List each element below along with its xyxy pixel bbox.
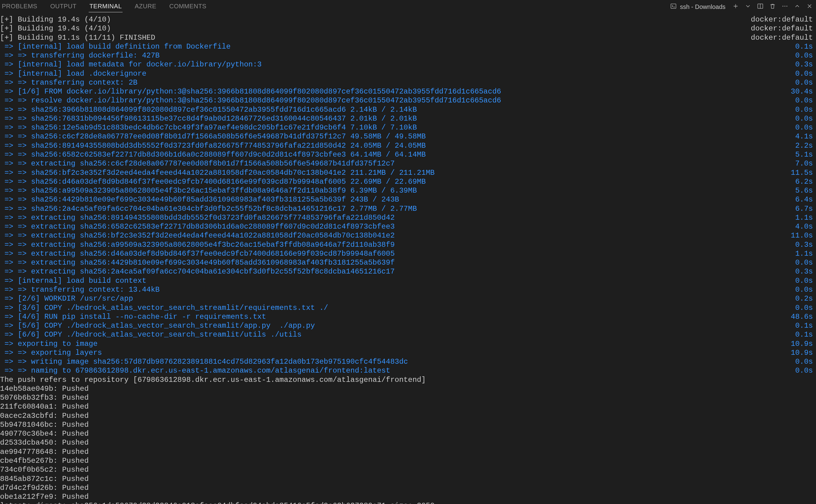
build-step-line: => => sha256:bf2c3e352f3d2eed4eda4feeed4… xyxy=(0,168,813,177)
build-step-line: => => exporting layers10.9s xyxy=(0,348,813,357)
push-layer-line: obe1a212f7e9: Pushed xyxy=(0,492,813,501)
push-layer-line: 8845ab872c1c: Pushed xyxy=(0,474,813,483)
svg-point-3 xyxy=(785,6,786,7)
svg-point-4 xyxy=(786,6,787,7)
build-step-line: => => extracting sha256:bf2c3e352f3d2eed… xyxy=(0,231,813,240)
terminal-selector[interactable]: ssh - Downloads xyxy=(670,3,726,11)
tab-output[interactable]: OUTPUT xyxy=(50,1,77,12)
tab-azure[interactable]: AZURE xyxy=(134,1,157,12)
build-step-line: => [internal] load metadata for docker.i… xyxy=(0,60,813,69)
build-step-line: => [internal] load .dockerignore0.0s xyxy=(0,69,813,78)
push-header-line: The push refers to repository [679863612… xyxy=(0,375,813,384)
terminal-panel: PROBLEMS OUTPUT TERMINAL AZURE COMMENTS … xyxy=(0,0,816,504)
svg-rect-0 xyxy=(671,4,676,9)
kill-terminal-icon[interactable] xyxy=(769,3,776,11)
build-step-line: => [internal] load build context0.0s xyxy=(0,276,813,285)
terminal-output[interactable]: [+] Building 19.4s (4/10)docker:default[… xyxy=(0,14,816,504)
build-step-line: => => extracting sha256:2a4ca5af09fa6cc7… xyxy=(0,267,813,276)
build-step-line: => => extracting sha256:c6cf28de8a067787… xyxy=(0,159,813,168)
build-step-line: => => writing image sha256:57d87db987628… xyxy=(0,357,813,366)
build-step-line: => => extracting sha256:a99509a323905a80… xyxy=(0,240,813,249)
push-layer-line: 734c0f0b65c2: Pushed xyxy=(0,465,813,474)
build-step-line: => => sha256:891494355808bdd3db5552f0d37… xyxy=(0,141,813,150)
svg-point-2 xyxy=(782,6,783,7)
panel-tabs: PROBLEMS OUTPUT TERMINAL AZURE COMMENTS xyxy=(0,1,207,12)
panel-actions: ssh - Downloads xyxy=(670,3,816,11)
push-layer-line: 490770c36be4: Pushed xyxy=(0,429,813,438)
push-layer-line: 211fc60840a1: Pushed xyxy=(0,402,813,411)
terminal-icon xyxy=(670,3,677,11)
tab-problems[interactable]: PROBLEMS xyxy=(1,1,38,12)
build-step-line: => [5/6] COPY ./bedrock_atlas_vector_sea… xyxy=(0,321,813,330)
build-header-line: [+] Building 91.1s (11/11) FINISHEDdocke… xyxy=(0,33,813,42)
build-step-line: => => extracting sha256:d46a03def8d9bd84… xyxy=(0,249,813,258)
split-terminal-icon[interactable] xyxy=(757,3,764,11)
push-layer-line: 5076b6b32fb3: Pushed xyxy=(0,393,813,402)
tab-comments[interactable]: COMMENTS xyxy=(169,1,207,12)
build-step-line: => => sha256:12e5ab9d51c883bedc4db6c7cbc… xyxy=(0,123,813,132)
push-layer-line: cbe4fb5e267b: Pushed xyxy=(0,456,813,465)
build-step-line: => [3/6] COPY ./bedrock_atlas_vector_sea… xyxy=(0,303,813,312)
build-step-line: => => sha256:c6cf28de8a067787ee0d08f8b01… xyxy=(0,132,813,141)
build-step-line: => => sha256:4429b810e09ef699c3034e49b60… xyxy=(0,195,813,204)
panel-tabbar: PROBLEMS OUTPUT TERMINAL AZURE COMMENTS … xyxy=(0,0,816,14)
build-step-line: => => extracting sha256:4429b810e09ef699… xyxy=(0,258,813,267)
build-step-line: => => naming to 679863612898.dkr.ecr.us-… xyxy=(0,366,813,375)
terminal-dropdown-icon[interactable] xyxy=(745,3,751,11)
build-step-line: => => sha256:6582c62583ef22717db8d306b1d… xyxy=(0,150,813,159)
build-step-line: => [2/6] WORKDIR /usr/src/app0.2s xyxy=(0,294,813,303)
build-step-line: => => transferring context: 2B0.0s xyxy=(0,78,813,87)
build-step-line: => [1/6] FROM docker.io/library/python:3… xyxy=(0,87,813,96)
build-step-line: => => sha256:a99509a323905a80628005e4f3b… xyxy=(0,186,813,195)
build-step-line: => => sha256:d46a03def8d9bd846f37fee0edc… xyxy=(0,177,813,186)
build-step-line: => => sha256:76831bb094456f98613115be37c… xyxy=(0,114,813,123)
push-layer-line: ae9947778648: Pushed xyxy=(0,447,813,456)
build-step-line: => [internal] load build definition from… xyxy=(0,42,813,51)
maximize-panel-icon[interactable] xyxy=(794,3,801,11)
build-step-line: => exporting to image10.9s xyxy=(0,339,813,348)
terminal-selector-label: ssh - Downloads xyxy=(680,4,726,10)
close-panel-icon[interactable] xyxy=(806,3,813,11)
push-layer-line: 5b94781046bc: Pushed xyxy=(0,420,813,429)
more-actions-icon[interactable] xyxy=(782,3,788,11)
tab-terminal[interactable]: TERMINAL xyxy=(89,1,122,12)
build-step-line: => [6/6] COPY ./bedrock_atlas_vector_sea… xyxy=(0,330,813,339)
build-step-line: => => transferring context: 13.44kB0.0s xyxy=(0,285,813,294)
build-step-line: => => sha256:2a4ca5af09fa6cc704c04ba61e3… xyxy=(0,204,813,213)
build-step-line: => => extracting sha256:6582c62583ef2271… xyxy=(0,222,813,231)
new-terminal-icon[interactable] xyxy=(732,3,739,11)
push-layer-line: d2533dcba450: Pushed xyxy=(0,438,813,447)
build-header-line: [+] Building 19.4s (4/10)docker:default xyxy=(0,24,813,33)
build-step-line: => => transferring dockerfile: 427B0.0s xyxy=(0,51,813,60)
push-layer-line: d7d4c2f9d26b: Pushed xyxy=(0,483,813,492)
build-step-line: => => resolve docker.io/library/python:3… xyxy=(0,96,813,105)
digest-line: latest: digest: sha256:1da50679d38d22846… xyxy=(0,501,813,504)
build-step-line: => => extracting sha256:891494355808bdd3… xyxy=(0,213,813,222)
build-header-line: [+] Building 19.4s (4/10)docker:default xyxy=(0,15,813,24)
build-step-line: => => sha256:3966b81808d864099f802080d89… xyxy=(0,105,813,114)
build-step-line: => [4/6] RUN pip install --no-cache-dir … xyxy=(0,312,813,321)
push-layer-line: 0acec2a3cbfd: Pushed xyxy=(0,411,813,420)
push-layer-line: 14eb58ae049b: Pushed xyxy=(0,384,813,393)
